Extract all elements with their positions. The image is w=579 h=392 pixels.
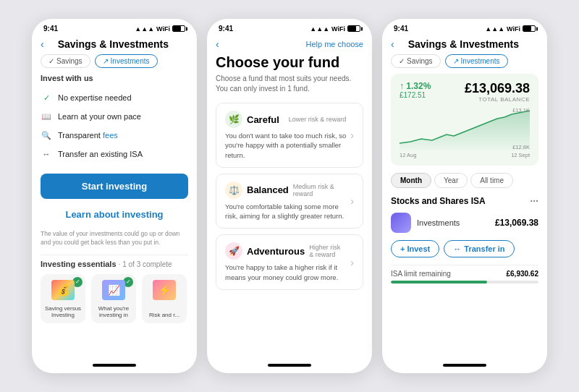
wifi-icon-2: WiFi xyxy=(331,25,345,33)
isa-limit-progress-bar xyxy=(391,281,538,284)
wifi-icon-3: WiFi xyxy=(507,25,520,33)
fund-title: Choose your fund xyxy=(207,54,372,71)
tab-row-1: ✓ Savings ↗ Investments xyxy=(32,54,197,74)
card-icon-area-2: 📈 xyxy=(91,277,136,303)
feature-item-2: 📖 Learn at your own pace xyxy=(41,107,188,126)
home-indicator-3 xyxy=(382,362,547,373)
period-tab-alltime[interactable]: All time xyxy=(470,173,513,188)
tab-investments-3[interactable]: ↗ Investments xyxy=(445,54,508,68)
chart-y-labels: £13.1K £12.8K xyxy=(512,107,530,150)
fund-name-adventurous: Adventurous xyxy=(247,246,305,257)
chart-stats: ↑ 1.32% £172.51 £13,069.38 TOTAL BALANCE xyxy=(400,81,530,103)
feature-text-1: No expertise needed xyxy=(58,93,132,102)
fund-name-careful: Careful xyxy=(247,114,279,125)
essentials-title: Investing essentials · 1 of 3 complete xyxy=(41,260,188,268)
tab-savings-3[interactable]: ✓ Savings xyxy=(391,54,441,68)
phone-1: 9:41 ▲▲▲ WiFi ‹ Savings & Investments ✓ … xyxy=(32,19,197,373)
isa-label: Investments xyxy=(417,218,489,227)
isa-limit-value: £6,930.62 xyxy=(507,270,539,278)
chart-x-labels: 12 Aug 12 Sept xyxy=(400,152,530,158)
fund-card-adventurous[interactable]: 🚀 Adventurous Higher risk & reward You'r… xyxy=(216,234,363,290)
chart-balance: £13,069.38 TOTAL BALANCE xyxy=(465,81,530,103)
investing-icon: 📈 xyxy=(102,280,125,300)
fund-card-header-adventurous: 🚀 Adventurous Higher risk & reward xyxy=(225,242,346,260)
action-btns: + Invest ↔ Transfer in xyxy=(391,240,538,257)
transfer-icon-btn: ↔ xyxy=(453,244,461,253)
tab-investments-1[interactable]: ↗ Investments xyxy=(95,54,158,68)
fund-card-balanced[interactable]: ⚖️ Balanced Medium risk & reward You're … xyxy=(216,174,363,229)
careful-icon: 🌿 xyxy=(225,111,242,128)
time-2: 9:41 xyxy=(219,25,233,33)
essential-card-3[interactable]: ⚡ Risk and r... xyxy=(142,274,187,323)
phone-2: 9:41 ▲▲▲ WiFi ‹ Help me choose Choose yo… xyxy=(207,19,372,373)
signal-icon-3: ▲▲▲ xyxy=(485,25,504,33)
isa-title: Stocks and Shares ISA xyxy=(391,196,486,206)
chart-svg-area: £13.1K £12.8K xyxy=(400,107,530,150)
essential-card-1[interactable]: ✓ 💰 Saving versus Investing xyxy=(41,274,85,323)
status-bar-1: 9:41 ▲▲▲ WiFi xyxy=(32,19,197,35)
page-title-3: Savings & Investments xyxy=(399,38,528,50)
back-button-2[interactable]: ‹ xyxy=(216,38,219,50)
feature-text-3: Transparent fees xyxy=(58,131,118,140)
essential-card-2[interactable]: ✓ 📈 What you're investing in xyxy=(91,274,136,323)
disclaimer-text: The value of your investments could go u… xyxy=(41,230,188,247)
book-icon: 📖 xyxy=(41,111,52,122)
balanced-icon: ⚖️ xyxy=(225,182,242,199)
feature-list: ✓ No expertise needed 📖 Learn at your ow… xyxy=(41,88,188,163)
chart-balance-value: £13,069.38 xyxy=(465,81,530,96)
header-1: ‹ Savings & Investments xyxy=(32,35,197,54)
isa-row: Investments £13,069.38 xyxy=(391,213,538,233)
more-options-icon[interactable]: ··· xyxy=(530,195,538,207)
page-title-1: Savings & Investments xyxy=(48,38,178,50)
isa-limit-label: ISA limit remaining xyxy=(391,270,451,278)
home-indicator-2 xyxy=(207,362,372,373)
fund-name-balanced: Balanced xyxy=(247,184,289,195)
chart-change-amount: £172.51 xyxy=(400,91,431,99)
chart-area: ↑ 1.32% £172.51 £13,069.38 TOTAL BALANCE xyxy=(391,74,538,166)
back-button-3[interactable]: ‹ xyxy=(391,38,394,50)
chart-left: ↑ 1.32% £172.51 xyxy=(400,81,431,99)
period-tabs: Month Year All time xyxy=(391,173,538,188)
fund-card-header-careful: 🌿 Careful Lower risk & reward xyxy=(225,111,346,128)
essentials-progress: · 1 of 3 complete xyxy=(119,260,172,268)
status-bar-3: 9:41 ▲▲▲ WiFi xyxy=(382,19,547,35)
start-investing-button[interactable]: Start investing xyxy=(41,174,188,199)
investments-icon-3: ↗ xyxy=(453,57,459,65)
status-bar-2: 9:41 ▲▲▲ WiFi xyxy=(207,19,372,35)
header-2: ‹ Help me choose xyxy=(207,35,372,54)
fees-link[interactable]: fees xyxy=(103,131,118,140)
divider-3 xyxy=(391,265,538,265)
content-1: Invest with us ✓ No expertise needed 📖 L… xyxy=(32,74,197,362)
transfer-button[interactable]: ↔ Transfer in xyxy=(444,240,514,257)
fund-desc-careful: You don't want to take too much risk, so… xyxy=(225,131,346,160)
feature-item-3: 🔍 Transparent fees xyxy=(41,126,188,145)
chart-y-high: £13.1K xyxy=(512,107,530,114)
battery-icon-2 xyxy=(347,25,360,32)
back-button-1[interactable]: ‹ xyxy=(41,38,44,50)
isa-section: Stocks and Shares ISA ··· Investments £1… xyxy=(382,195,547,284)
feature-item-1: ✓ No expertise needed xyxy=(41,88,188,107)
fund-desc-balanced: You're comfortable taking some more risk… xyxy=(225,202,346,221)
time-3: 9:41 xyxy=(394,25,408,33)
essentials-row: ✓ 💰 Saving versus Investing ✓ 📈 What you… xyxy=(41,274,188,323)
fund-card-content-careful: 🌿 Careful Lower risk & reward You don't … xyxy=(225,111,346,160)
learn-investing-button[interactable]: Learn about investing xyxy=(41,205,188,224)
fund-card-content-adventurous: 🚀 Adventurous Higher risk & reward You'r… xyxy=(225,242,346,282)
feature-text-4: Transfer an existing ISA xyxy=(58,150,143,158)
isa-icon xyxy=(391,213,411,233)
header-3: ‹ Savings & Investments xyxy=(382,35,547,54)
battery-icon-3 xyxy=(523,25,536,32)
chart-balance-label: TOTAL BALANCE xyxy=(465,96,530,103)
period-tab-month[interactable]: Month xyxy=(391,173,431,188)
period-tab-year[interactable]: Year xyxy=(434,173,468,188)
signal-icon-1: ▲▲▲ xyxy=(135,25,154,33)
chevron-right-adventurous: › xyxy=(350,257,354,268)
fund-card-careful[interactable]: 🌿 Careful Lower risk & reward You don't … xyxy=(216,103,363,168)
chart-y-low: £12.8K xyxy=(512,144,530,150)
tab-savings-1[interactable]: ✓ Savings xyxy=(41,54,90,68)
isa-limit-progress-fill xyxy=(391,281,487,284)
help-link[interactable]: Help me choose xyxy=(306,40,364,48)
battery-icon-1 xyxy=(172,25,185,32)
fund-subtitle: Choose a fund that most suits your needs… xyxy=(207,74,372,94)
invest-button[interactable]: + Invest xyxy=(391,240,439,257)
